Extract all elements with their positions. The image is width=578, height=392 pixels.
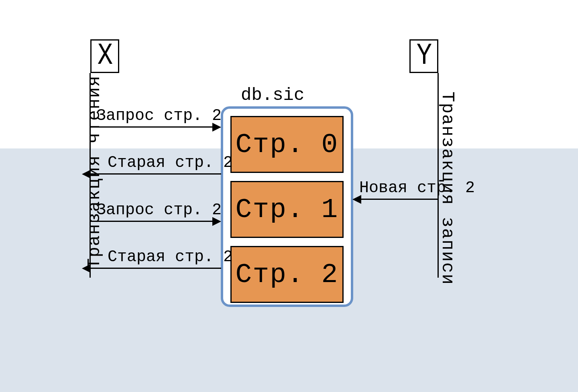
actor-x-label: X <box>98 41 112 71</box>
arrow-left-4-line <box>91 268 221 269</box>
arrow-left-3-label: Запрос стр. 2 <box>96 201 222 219</box>
page-box-1: Стр. 1 <box>230 181 344 238</box>
database-label: db.sic <box>241 85 304 105</box>
diagram-stage: X Транзакция чтения Y Транзакция записи … <box>0 0 578 392</box>
arrow-left-2-label: Старая стр. 2 <box>108 154 233 172</box>
actor-y-box: Y <box>409 39 438 73</box>
page-text-2: Стр. 2 <box>232 259 342 290</box>
page-text-1: Стр. 1 <box>232 194 342 225</box>
arrow-left-1-label: Запрос стр. 2 <box>96 107 222 125</box>
arrow-right-1-label: Новая стр. 2 <box>359 179 475 197</box>
actor-x-box: X <box>90 39 119 73</box>
page-box-0: Стр. 0 <box>230 116 344 173</box>
actor-y-label: Y <box>417 41 431 71</box>
database-container: Стр. 0 Стр. 1 Стр. 2 <box>221 106 353 307</box>
arrow-left-4-label: Старая стр. 2 <box>108 248 233 266</box>
arrow-left-3-line <box>91 221 212 222</box>
arrow-left-1-line <box>91 126 212 128</box>
arrow-left-4-head-icon <box>82 264 91 273</box>
page-box-2: Стр. 2 <box>230 246 344 303</box>
page-text-0: Стр. 0 <box>232 129 342 160</box>
arrow-left-2-head-icon <box>82 170 91 179</box>
arrow-right-1-line <box>361 199 439 200</box>
arrow-left-2-line <box>91 173 221 175</box>
